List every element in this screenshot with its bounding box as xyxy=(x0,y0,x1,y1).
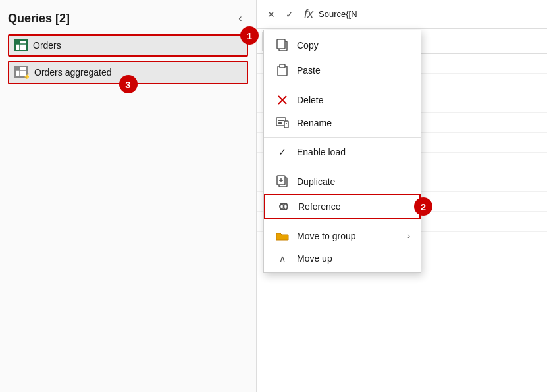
menu-item-reference[interactable]: Reference 2 xyxy=(264,194,421,219)
menu-item-paste[interactable]: Paste xyxy=(264,58,421,83)
sidebar-header: Queries [2] ‹ xyxy=(0,7,256,33)
enable-load-label: Enable load xyxy=(297,147,346,157)
annotation-badge-1: 1 xyxy=(240,26,259,45)
menu-item-move-to-group[interactable]: Move to group › xyxy=(264,225,421,247)
svg-rect-22 xyxy=(284,121,288,128)
svg-rect-21 xyxy=(278,122,282,124)
delete-label: Delete xyxy=(297,95,323,105)
enable-load-check-icon: ✓ xyxy=(274,147,290,157)
menu-item-enable-load[interactable]: ✓ Enable load xyxy=(264,141,421,163)
svg-rect-20 xyxy=(278,120,284,121)
sidebar-title: Queries [2] xyxy=(8,12,70,26)
menu-separator-2 xyxy=(264,137,421,138)
duplicate-icon xyxy=(274,175,290,188)
reference-label: Reference xyxy=(298,201,341,212)
aggregated-icon: ⚡ xyxy=(14,66,29,79)
menu-item-delete[interactable]: Delete xyxy=(264,89,421,111)
menu-item-move-up[interactable]: ∧ Move up xyxy=(264,247,421,270)
rename-icon xyxy=(274,117,290,129)
move-up-label: Move up xyxy=(297,253,332,264)
svg-rect-16 xyxy=(280,64,285,68)
menu-item-rename[interactable]: Rename xyxy=(264,111,421,135)
paste-icon xyxy=(274,64,290,77)
main-area: ✕ ✓ fx Source{[N 1²₃ 🔑 OrderID ▾ ᴬᴮᶜ C xyxy=(257,0,547,392)
collapse-button[interactable]: ‹ xyxy=(232,11,248,26)
svg-rect-5 xyxy=(15,66,20,70)
aggregated-table-icon: ⚡ xyxy=(14,66,29,79)
rename-label: Rename xyxy=(297,118,332,128)
folder-icon xyxy=(274,231,290,241)
orders-label: Orders xyxy=(33,40,61,51)
delete-icon xyxy=(274,95,290,105)
svg-text:⚡: ⚡ xyxy=(23,72,29,79)
context-menu-overlay: Copy Paste xyxy=(257,0,547,392)
menu-separator-1 xyxy=(264,86,421,86)
move-to-group-label: Move to group xyxy=(297,231,356,241)
query-item-orders[interactable]: Orders xyxy=(8,34,248,57)
duplicate-label: Duplicate xyxy=(297,176,335,187)
copy-icon xyxy=(274,39,290,52)
annotation-badge-2: 2 xyxy=(414,197,432,216)
table-icon xyxy=(14,39,28,51)
menu-separator-3 xyxy=(264,166,421,166)
submenu-arrow-icon: › xyxy=(407,232,410,241)
menu-item-duplicate[interactable]: Duplicate xyxy=(264,169,421,194)
svg-rect-1 xyxy=(15,40,20,44)
annotation-badge-3: 3 xyxy=(119,75,138,93)
copy-label: Copy xyxy=(297,40,319,51)
svg-rect-14 xyxy=(277,39,285,49)
orders-table-icon xyxy=(14,39,28,51)
menu-separator-4 xyxy=(264,222,421,222)
move-up-icon: ∧ xyxy=(274,253,290,264)
orders-aggregated-label: Orders aggregated xyxy=(34,67,112,78)
paste-label: Paste xyxy=(297,65,321,76)
context-menu: Copy Paste xyxy=(263,30,421,273)
menu-item-copy[interactable]: Copy xyxy=(264,33,421,58)
reference-icon xyxy=(276,202,292,211)
sidebar: Queries [2] ‹ Orders 1 xyxy=(0,0,257,392)
